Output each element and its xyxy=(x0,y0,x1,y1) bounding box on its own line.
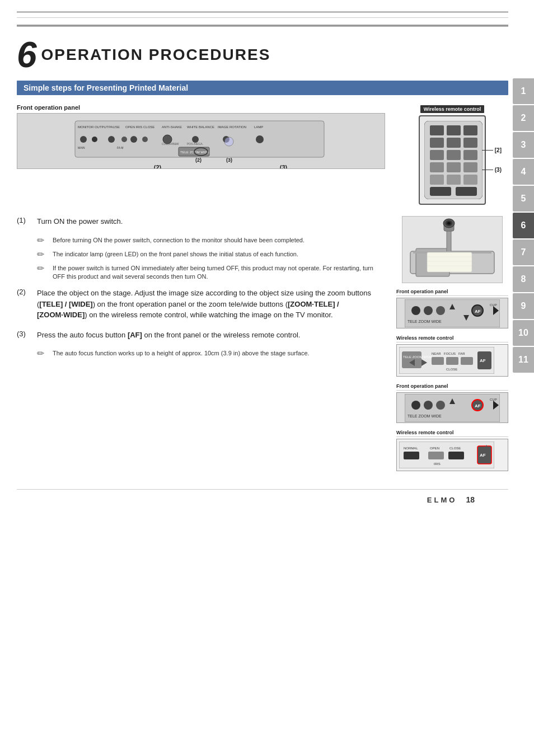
svg-text:COLOR/B&W: COLOR/B&W xyxy=(162,142,179,145)
steps-right: Front operation panel AF TELE ZOOM WIDE xyxy=(396,216,508,478)
svg-text:IMAGE ROTATION: IMAGE ROTATION xyxy=(218,125,246,129)
note-1: ✏ Before turning ON the power switch, co… xyxy=(37,236,385,246)
svg-text:CLOSE: CLOSE xyxy=(449,447,461,450)
svg-rect-38 xyxy=(430,162,444,172)
step-3: (3) Press the auto focus button [AF] on … xyxy=(17,330,385,341)
svg-rect-32 xyxy=(430,138,444,148)
step3-front-panel: Front operation panel AF TELE ZOOM WIDE xyxy=(396,383,508,423)
step-2: (2) Place the object on the stage. Adjus… xyxy=(17,288,385,321)
note-icon-4: ✏ xyxy=(37,348,48,359)
step-1-number: (1) xyxy=(17,216,32,227)
front-panel-label: Front operation panel xyxy=(17,104,385,111)
svg-rect-30 xyxy=(447,125,461,135)
svg-text:NORMAL: NORMAL xyxy=(404,447,418,450)
tab-1[interactable]: 1 xyxy=(513,78,534,104)
brand-logo: ELMO xyxy=(427,496,457,504)
step2-remote-svg: TELE ZOOM WIDE NEAR FOCUS FAR CLOSE xyxy=(399,347,494,374)
step3-panel-svg: AF TELE ZOOM WIDE CUP xyxy=(405,394,500,422)
svg-rect-45 xyxy=(456,187,477,196)
svg-point-11 xyxy=(121,137,127,142)
note-text-3: If the power switch is turned ON immedia… xyxy=(53,264,385,281)
remote-diagram-top: Wireless remote control xyxy=(396,104,508,205)
tab-5[interactable]: 5 xyxy=(513,186,534,212)
svg-text:WHITE BALANCE: WHITE BALANCE xyxy=(187,125,214,129)
svg-text:POS./NEGA.: POS./NEGA. xyxy=(187,142,203,145)
step-2-text: Place the object on the stage. Adjust th… xyxy=(37,288,385,321)
svg-text:CUP: CUP xyxy=(490,303,497,307)
tab-8[interactable]: 8 xyxy=(513,266,534,292)
svg-text:TELE  ZOOM  WIDE: TELE ZOOM WIDE xyxy=(407,414,442,418)
svg-point-59 xyxy=(411,306,420,315)
step3-remote-svg: IRIS NORMAL OPEN CLOSE AF xyxy=(399,442,494,468)
svg-rect-100 xyxy=(448,452,464,459)
step-3-text: Press the auto focus button [AF] on the … xyxy=(37,330,300,341)
chapter-tabs: 1 2 3 4 5 6 7 8 9 10 11 xyxy=(513,78,534,373)
svg-rect-54 xyxy=(427,252,472,272)
note-4: ✏ The auto focus function works up to a … xyxy=(37,349,385,359)
svg-text:ANTI-SHAKE: ANTI-SHAKE xyxy=(162,125,182,129)
tab-3[interactable]: 3 xyxy=(513,132,534,158)
svg-rect-78 xyxy=(446,357,458,365)
svg-point-27 xyxy=(224,137,233,146)
chapter-number: 6 xyxy=(17,37,37,73)
tab-10[interactable]: 10 xyxy=(513,320,534,346)
step-1: (1) Turn ON the power switch. xyxy=(17,216,385,227)
svg-rect-31 xyxy=(463,125,477,135)
svg-text:FAR: FAR xyxy=(458,352,465,355)
front-panel-svg: MONITOR OUTPUT PAUSE OPEN IRIS CLOSE ANT… xyxy=(22,118,380,163)
note-text-4: The auto focus function works up to a he… xyxy=(53,349,310,359)
svg-text:(3): (3) xyxy=(226,157,232,163)
svg-rect-29 xyxy=(430,125,444,135)
step2-remote: Wireless remote control TELE ZOOM WIDE N… xyxy=(396,335,508,377)
page-number: 18 xyxy=(466,495,475,504)
step2-panel-box: AF TELE ZOOM WIDE CUP xyxy=(396,298,508,328)
svg-rect-37 xyxy=(463,150,477,160)
device-svg xyxy=(405,218,500,282)
svg-rect-79 xyxy=(461,357,473,365)
svg-point-52 xyxy=(447,222,451,224)
svg-rect-39 xyxy=(447,162,461,172)
svg-point-12 xyxy=(130,136,137,143)
step3-remote: Wireless remote control IRIS NORMAL OPEN… xyxy=(396,430,508,471)
svg-rect-42 xyxy=(447,175,461,185)
tab-11[interactable]: 11 xyxy=(513,347,534,373)
tab-2[interactable]: 2 xyxy=(513,105,534,131)
svg-point-17 xyxy=(256,135,264,143)
remote-svg-top xyxy=(424,121,483,199)
svg-text:AF: AF xyxy=(475,403,481,408)
tab-4[interactable]: 4 xyxy=(513,159,534,185)
callout-2-left: (2) xyxy=(154,164,161,169)
device-image xyxy=(402,216,503,283)
note-2: ✏ The indicator lamp (green LED) on the … xyxy=(37,250,385,260)
svg-text:OPEN: OPEN xyxy=(430,447,439,450)
svg-rect-35 xyxy=(430,150,444,160)
svg-rect-34 xyxy=(463,138,477,148)
svg-rect-33 xyxy=(447,138,461,148)
note-icon-1: ✏ xyxy=(37,235,48,246)
tab-6[interactable]: 6 xyxy=(513,213,534,238)
step2-remote-box: TELE ZOOM WIDE NEAR FOCUS FAR CLOSE xyxy=(396,344,508,377)
svg-text:NEAR: NEAR xyxy=(432,352,441,355)
steps-left: (1) Turn ON the power switch. ✏ Before t… xyxy=(17,216,385,478)
chapter-title: OPERATION PROCEDURES xyxy=(41,46,271,64)
svg-point-60 xyxy=(424,306,433,315)
svg-text:TELE  ZOOM  WIDE: TELE ZOOM WIDE xyxy=(407,320,442,323)
svg-rect-43 xyxy=(463,175,477,185)
svg-text:PAUSE: PAUSE xyxy=(109,125,120,129)
top-decoration xyxy=(17,11,508,27)
step-1-text: Turn ON the power switch. xyxy=(37,216,123,227)
tab-7[interactable]: 7 xyxy=(513,240,534,265)
tab-9[interactable]: 9 xyxy=(513,293,534,319)
svg-text:IRIS: IRIS xyxy=(434,462,441,466)
svg-point-9 xyxy=(92,137,97,142)
svg-text:(2): (2) xyxy=(195,157,202,163)
note-3: ✏ If the power switch is turned ON immed… xyxy=(37,264,385,281)
step2-front-label: Front operation panel xyxy=(396,289,508,296)
step3-remote-label: Wireless remote control xyxy=(396,430,508,437)
step-3-number: (3) xyxy=(17,330,32,341)
svg-text:AF: AF xyxy=(480,453,486,458)
svg-point-86 xyxy=(436,401,445,410)
step2-panel-svg: AF TELE ZOOM WIDE CUP xyxy=(405,299,500,327)
step-2-number: (2) xyxy=(17,288,32,321)
svg-text:OPEN IRIS CLOSE: OPEN IRIS CLOSE xyxy=(125,125,154,129)
